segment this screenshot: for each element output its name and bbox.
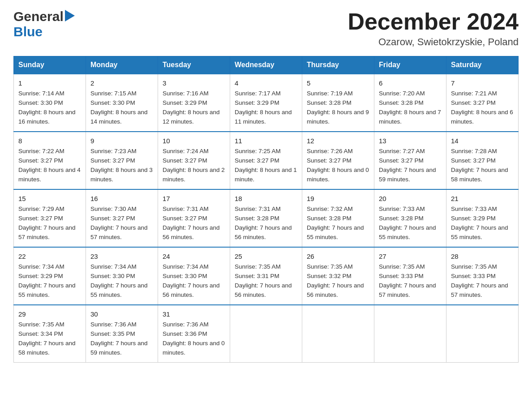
day-number: 20 bbox=[379, 193, 442, 204]
day-info: Sunrise: 7:35 AMSunset: 3:33 PMDaylight:… bbox=[451, 262, 514, 300]
calendar-cell: 18Sunrise: 7:31 AMSunset: 3:28 PMDayligh… bbox=[230, 189, 302, 247]
day-number: 3 bbox=[163, 78, 225, 88]
day-info: Sunrise: 7:23 AMSunset: 3:27 PMDaylight:… bbox=[90, 147, 153, 184]
day-number: 17 bbox=[163, 193, 225, 204]
day-number: 8 bbox=[18, 136, 81, 146]
calendar-cell: 25Sunrise: 7:35 AMSunset: 3:31 PMDayligh… bbox=[230, 247, 302, 305]
day-number: 25 bbox=[235, 251, 297, 261]
day-info: Sunrise: 7:28 AMSunset: 3:27 PMDaylight:… bbox=[451, 147, 514, 184]
day-number: 29 bbox=[18, 309, 81, 319]
calendar-week-row: 29Sunrise: 7:35 AMSunset: 3:34 PMDayligh… bbox=[14, 305, 519, 362]
day-number: 5 bbox=[307, 78, 369, 88]
day-number: 10 bbox=[163, 136, 225, 146]
day-info: Sunrise: 7:34 AMSunset: 3:30 PMDaylight:… bbox=[90, 262, 153, 300]
calendar-cell bbox=[230, 305, 302, 362]
day-number: 6 bbox=[379, 78, 442, 88]
calendar-cell: 21Sunrise: 7:33 AMSunset: 3:29 PMDayligh… bbox=[446, 189, 519, 247]
day-number: 28 bbox=[451, 251, 514, 261]
day-number: 19 bbox=[307, 193, 369, 204]
day-number: 18 bbox=[235, 193, 297, 204]
col-sunday: Sunday bbox=[14, 56, 86, 74]
day-info: Sunrise: 7:32 AMSunset: 3:28 PMDaylight:… bbox=[307, 205, 369, 242]
logo-arrow-icon bbox=[65, 10, 75, 23]
calendar-cell: 24Sunrise: 7:34 AMSunset: 3:30 PMDayligh… bbox=[158, 247, 230, 305]
day-info: Sunrise: 7:35 AMSunset: 3:33 PMDaylight:… bbox=[379, 262, 442, 300]
day-number: 31 bbox=[163, 309, 225, 319]
col-thursday: Thursday bbox=[302, 56, 374, 74]
month-year-title: December 2024 bbox=[348, 9, 519, 34]
svg-marker-0 bbox=[65, 10, 75, 21]
day-info: Sunrise: 7:19 AMSunset: 3:28 PMDaylight:… bbox=[307, 89, 369, 127]
calendar-cell bbox=[302, 305, 374, 362]
title-section: December 2024 Ozarow, Swietokrzyskie, Po… bbox=[348, 9, 519, 48]
day-info: Sunrise: 7:35 AMSunset: 3:32 PMDaylight:… bbox=[307, 262, 369, 300]
col-saturday: Saturday bbox=[446, 56, 519, 74]
day-info: Sunrise: 7:20 AMSunset: 3:28 PMDaylight:… bbox=[379, 89, 442, 127]
calendar-cell: 4Sunrise: 7:17 AMSunset: 3:29 PMDaylight… bbox=[230, 74, 302, 132]
day-number: 14 bbox=[451, 136, 514, 146]
day-info: Sunrise: 7:36 AMSunset: 3:35 PMDaylight:… bbox=[90, 320, 153, 358]
day-number: 2 bbox=[90, 78, 153, 88]
day-info: Sunrise: 7:25 AMSunset: 3:27 PMDaylight:… bbox=[235, 147, 297, 184]
day-number: 13 bbox=[379, 136, 442, 146]
calendar-cell: 7Sunrise: 7:21 AMSunset: 3:27 PMDaylight… bbox=[446, 74, 519, 132]
col-tuesday: Tuesday bbox=[158, 56, 230, 74]
day-number: 1 bbox=[18, 78, 81, 88]
day-number: 21 bbox=[451, 193, 514, 204]
calendar-cell: 30Sunrise: 7:36 AMSunset: 3:35 PMDayligh… bbox=[86, 305, 158, 362]
day-info: Sunrise: 7:14 AMSunset: 3:30 PMDaylight:… bbox=[18, 89, 81, 127]
logo-blue-text: Blue bbox=[13, 24, 43, 39]
calendar-cell: 6Sunrise: 7:20 AMSunset: 3:28 PMDaylight… bbox=[374, 74, 446, 132]
day-info: Sunrise: 7:30 AMSunset: 3:27 PMDaylight:… bbox=[90, 205, 153, 242]
calendar-cell: 14Sunrise: 7:28 AMSunset: 3:27 PMDayligh… bbox=[446, 132, 519, 189]
day-number: 23 bbox=[90, 251, 153, 261]
day-info: Sunrise: 7:34 AMSunset: 3:29 PMDaylight:… bbox=[18, 262, 81, 300]
calendar-cell: 15Sunrise: 7:29 AMSunset: 3:27 PMDayligh… bbox=[14, 189, 86, 247]
day-info: Sunrise: 7:17 AMSunset: 3:29 PMDaylight:… bbox=[235, 89, 297, 127]
calendar-week-row: 15Sunrise: 7:29 AMSunset: 3:27 PMDayligh… bbox=[14, 189, 519, 247]
calendar-cell: 17Sunrise: 7:31 AMSunset: 3:27 PMDayligh… bbox=[158, 189, 230, 247]
calendar-cell: 13Sunrise: 7:27 AMSunset: 3:27 PMDayligh… bbox=[374, 132, 446, 189]
calendar-cell: 10Sunrise: 7:24 AMSunset: 3:27 PMDayligh… bbox=[158, 132, 230, 189]
location-subtitle: Ozarow, Swietokrzyskie, Poland bbox=[348, 36, 519, 48]
calendar-cell: 20Sunrise: 7:33 AMSunset: 3:28 PMDayligh… bbox=[374, 189, 446, 247]
day-info: Sunrise: 7:35 AMSunset: 3:31 PMDaylight:… bbox=[235, 262, 297, 300]
calendar-table: Sunday Monday Tuesday Wednesday Thursday… bbox=[13, 56, 519, 363]
day-number: 7 bbox=[451, 78, 514, 88]
day-info: Sunrise: 7:21 AMSunset: 3:27 PMDaylight:… bbox=[451, 89, 514, 127]
day-number: 24 bbox=[163, 251, 225, 261]
calendar-week-row: 8Sunrise: 7:22 AMSunset: 3:27 PMDaylight… bbox=[14, 132, 519, 189]
day-number: 26 bbox=[307, 251, 369, 261]
day-info: Sunrise: 7:27 AMSunset: 3:27 PMDaylight:… bbox=[379, 147, 442, 184]
calendar-header-row: Sunday Monday Tuesday Wednesday Thursday… bbox=[14, 56, 519, 74]
col-wednesday: Wednesday bbox=[230, 56, 302, 74]
day-number: 27 bbox=[379, 251, 442, 261]
day-info: Sunrise: 7:33 AMSunset: 3:28 PMDaylight:… bbox=[379, 205, 442, 242]
day-info: Sunrise: 7:34 AMSunset: 3:30 PMDaylight:… bbox=[163, 262, 225, 300]
calendar-cell: 31Sunrise: 7:36 AMSunset: 3:36 PMDayligh… bbox=[158, 305, 230, 362]
day-number: 22 bbox=[18, 251, 81, 261]
calendar-cell: 2Sunrise: 7:15 AMSunset: 3:30 PMDaylight… bbox=[86, 74, 158, 132]
calendar-cell: 23Sunrise: 7:34 AMSunset: 3:30 PMDayligh… bbox=[86, 247, 158, 305]
logo: General Blue bbox=[13, 9, 75, 39]
calendar-cell: 19Sunrise: 7:32 AMSunset: 3:28 PMDayligh… bbox=[302, 189, 374, 247]
day-info: Sunrise: 7:22 AMSunset: 3:27 PMDaylight:… bbox=[18, 147, 81, 184]
calendar-cell: 11Sunrise: 7:25 AMSunset: 3:27 PMDayligh… bbox=[230, 132, 302, 189]
day-number: 11 bbox=[235, 136, 297, 146]
day-number: 4 bbox=[235, 78, 297, 88]
calendar-cell: 22Sunrise: 7:34 AMSunset: 3:29 PMDayligh… bbox=[14, 247, 86, 305]
day-info: Sunrise: 7:15 AMSunset: 3:30 PMDaylight:… bbox=[90, 89, 153, 127]
day-number: 16 bbox=[90, 193, 153, 204]
calendar-cell bbox=[446, 305, 519, 362]
calendar-cell: 26Sunrise: 7:35 AMSunset: 3:32 PMDayligh… bbox=[302, 247, 374, 305]
calendar-cell: 3Sunrise: 7:16 AMSunset: 3:29 PMDaylight… bbox=[158, 74, 230, 132]
calendar-cell: 8Sunrise: 7:22 AMSunset: 3:27 PMDaylight… bbox=[14, 132, 86, 189]
logo-general-text: General bbox=[13, 9, 64, 24]
calendar-cell: 12Sunrise: 7:26 AMSunset: 3:27 PMDayligh… bbox=[302, 132, 374, 189]
col-friday: Friday bbox=[374, 56, 446, 74]
day-info: Sunrise: 7:16 AMSunset: 3:29 PMDaylight:… bbox=[163, 89, 225, 127]
calendar-cell: 5Sunrise: 7:19 AMSunset: 3:28 PMDaylight… bbox=[302, 74, 374, 132]
calendar-week-row: 1Sunrise: 7:14 AMSunset: 3:30 PMDaylight… bbox=[14, 74, 519, 132]
calendar-cell: 16Sunrise: 7:30 AMSunset: 3:27 PMDayligh… bbox=[86, 189, 158, 247]
calendar-cell bbox=[374, 305, 446, 362]
